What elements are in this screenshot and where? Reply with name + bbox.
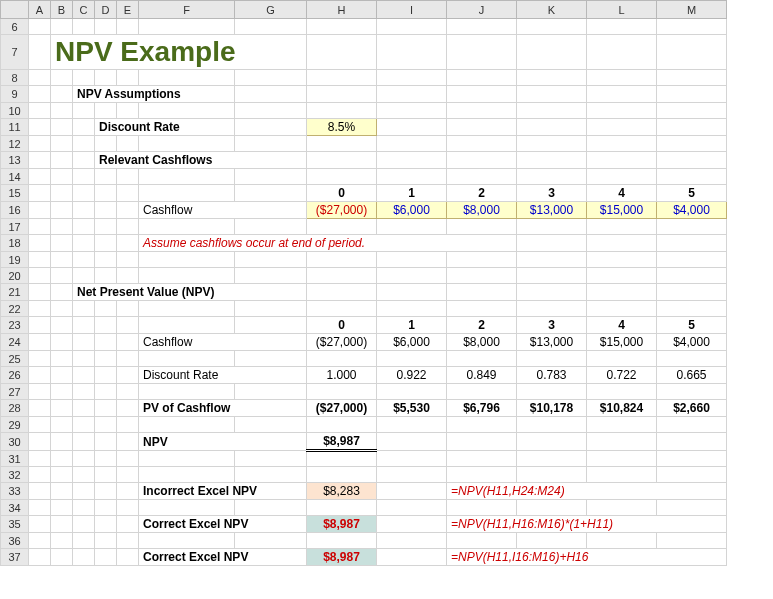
cell[interactable]: =NPV(H11,H24:M24)	[447, 483, 727, 500]
cell[interactable]	[117, 70, 139, 86]
cell[interactable]	[235, 219, 307, 235]
cell[interactable]	[517, 252, 587, 268]
cell[interactable]	[517, 235, 587, 252]
cell[interactable]	[51, 136, 73, 152]
cell[interactable]: $15,000	[587, 334, 657, 351]
cell[interactable]	[95, 70, 117, 86]
col-header[interactable]: A	[29, 1, 51, 19]
cell[interactable]	[95, 185, 117, 202]
cell[interactable]	[657, 467, 727, 483]
cell[interactable]	[51, 516, 73, 533]
cell[interactable]: $15,000	[587, 202, 657, 219]
col-header[interactable]: I	[377, 1, 447, 19]
cell[interactable]	[95, 334, 117, 351]
row-header[interactable]: 21	[1, 284, 29, 301]
cell[interactable]	[139, 351, 235, 367]
cell[interactable]	[587, 19, 657, 35]
cell[interactable]	[657, 86, 727, 103]
cell[interactable]	[117, 334, 139, 351]
cell[interactable]	[139, 169, 235, 185]
cell[interactable]	[95, 417, 117, 433]
cell[interactable]: 5	[657, 185, 727, 202]
cell[interactable]	[307, 301, 377, 317]
cell[interactable]	[73, 351, 95, 367]
cell[interactable]	[139, 500, 235, 516]
cell[interactable]	[587, 86, 657, 103]
cell[interactable]: ($27,000)	[307, 400, 377, 417]
cell[interactable]	[117, 301, 139, 317]
cell[interactable]: $8,987	[307, 433, 377, 451]
cell[interactable]	[95, 533, 117, 549]
cell[interactable]	[117, 400, 139, 417]
cell[interactable]	[117, 516, 139, 533]
row-header[interactable]: 18	[1, 235, 29, 252]
cell[interactable]	[73, 119, 95, 136]
cell[interactable]	[235, 252, 307, 268]
cell[interactable]	[29, 433, 51, 451]
cell[interactable]	[377, 252, 447, 268]
cell[interactable]	[657, 533, 727, 549]
cell[interactable]	[95, 516, 117, 533]
cell[interactable]: $8,283	[307, 483, 377, 500]
cell[interactable]	[29, 185, 51, 202]
cell[interactable]: 1	[377, 317, 447, 334]
cell[interactable]	[95, 252, 117, 268]
cell[interactable]	[95, 367, 117, 384]
cell[interactable]	[29, 152, 51, 169]
cell[interactable]	[657, 70, 727, 86]
cell[interactable]	[307, 169, 377, 185]
cell[interactable]	[587, 70, 657, 86]
cell[interactable]: 5	[657, 317, 727, 334]
cell[interactable]	[51, 351, 73, 367]
cell[interactable]: $10,178	[517, 400, 587, 417]
cell[interactable]	[95, 483, 117, 500]
cell[interactable]	[377, 384, 447, 400]
cell[interactable]	[307, 70, 377, 86]
cell[interactable]	[587, 35, 657, 70]
cell[interactable]	[139, 268, 235, 284]
cell[interactable]	[51, 467, 73, 483]
row-header[interactable]: 34	[1, 500, 29, 516]
cell[interactable]	[235, 70, 307, 86]
col-header[interactable]: J	[447, 1, 517, 19]
cell[interactable]	[51, 185, 73, 202]
cell[interactable]	[29, 19, 51, 35]
cell[interactable]	[447, 103, 517, 119]
row-header[interactable]: 30	[1, 433, 29, 451]
cell[interactable]: 0.665	[657, 367, 727, 384]
cell[interactable]	[73, 367, 95, 384]
cell[interactable]: 1.000	[307, 367, 377, 384]
cell[interactable]	[51, 549, 73, 566]
row-header[interactable]: 35	[1, 516, 29, 533]
cell[interactable]	[377, 35, 447, 70]
cell[interactable]	[73, 268, 95, 284]
cell[interactable]	[73, 334, 95, 351]
cell[interactable]	[587, 284, 657, 301]
cell[interactable]: 0.783	[517, 367, 587, 384]
cell[interactable]: 0	[307, 317, 377, 334]
cell[interactable]	[117, 235, 139, 252]
cell[interactable]	[51, 301, 73, 317]
row-header[interactable]: 26	[1, 367, 29, 384]
cell[interactable]	[657, 19, 727, 35]
cell[interactable]	[657, 252, 727, 268]
cell[interactable]	[29, 136, 51, 152]
cell[interactable]	[73, 235, 95, 252]
cell[interactable]	[95, 169, 117, 185]
cell[interactable]	[447, 268, 517, 284]
cell[interactable]	[235, 500, 307, 516]
cell[interactable]	[73, 152, 95, 169]
cell[interactable]	[447, 384, 517, 400]
cell[interactable]	[29, 334, 51, 351]
cell[interactable]	[307, 219, 377, 235]
cell[interactable]	[73, 252, 95, 268]
cell[interactable]	[51, 169, 73, 185]
cell[interactable]	[73, 70, 95, 86]
cell[interactable]	[29, 533, 51, 549]
col-header[interactable]: G	[235, 1, 307, 19]
col-header[interactable]: L	[587, 1, 657, 19]
cell[interactable]	[377, 219, 447, 235]
cell[interactable]	[139, 252, 235, 268]
cell[interactable]	[517, 119, 587, 136]
cell[interactable]	[117, 252, 139, 268]
